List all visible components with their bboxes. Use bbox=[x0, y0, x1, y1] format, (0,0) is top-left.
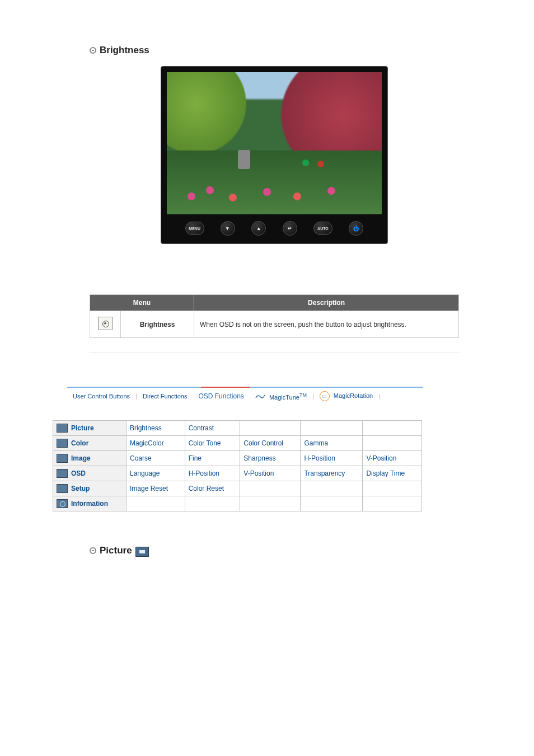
grid-link[interactable]: Color Tone bbox=[185, 436, 240, 451]
brightness-section-heading: Brightness bbox=[90, 45, 459, 56]
page: Brightness MENU bbox=[0, 0, 534, 556]
grid-link[interactable]: Display Time bbox=[363, 466, 422, 481]
grid-link[interactable]: H-Position bbox=[185, 466, 240, 481]
tab-magicrotation[interactable]: ▭ MagicRotation bbox=[314, 391, 378, 401]
category-cell-information[interactable]: Information bbox=[53, 496, 127, 511]
tabs: User Control Buttons | Direct Functions … bbox=[67, 391, 423, 401]
grid-link[interactable]: MagicColor bbox=[127, 436, 185, 451]
picture-category-icon bbox=[135, 547, 149, 557]
image-icon bbox=[57, 454, 68, 463]
grid-link[interactable]: Coarse bbox=[127, 451, 185, 466]
grid-empty-cell bbox=[363, 496, 422, 511]
tab-separator: | bbox=[378, 393, 380, 400]
brightness-title: Brightness bbox=[100, 45, 149, 56]
table-row: Brightness When OSD is not on the screen… bbox=[90, 311, 459, 338]
table-row: ImageCoarseFineSharpnessH-PositionV-Posi… bbox=[53, 451, 422, 466]
power-button[interactable]: ⏻ bbox=[349, 221, 363, 236]
monitor-button-row: MENU ▾ ▴ ↵ AUTO ⏻ bbox=[167, 214, 382, 240]
osd-icon bbox=[57, 469, 68, 478]
picture-section-heading: Picture bbox=[90, 545, 459, 556]
magicrotation-icon: ▭ bbox=[320, 391, 330, 401]
grid-empty-cell bbox=[185, 496, 240, 511]
grid-link[interactable]: Color Reset bbox=[185, 481, 240, 496]
up-button[interactable]: ▴ bbox=[251, 221, 266, 236]
category-label: Color bbox=[71, 439, 88, 447]
category-cell-osd[interactable]: OSD bbox=[53, 466, 127, 481]
grid-link[interactable]: Transparency bbox=[301, 466, 363, 481]
category-cell-image[interactable]: Image bbox=[53, 451, 127, 466]
category-cell-color[interactable]: Color bbox=[53, 436, 127, 451]
grid-link[interactable]: Contrast bbox=[185, 421, 240, 436]
color-icon bbox=[57, 439, 68, 448]
osd-grid-wrap: PictureBrightnessContrastColorMagicColor… bbox=[53, 420, 422, 511]
bullet-icon bbox=[90, 547, 96, 554]
grid-empty-cell bbox=[240, 421, 301, 436]
grid-empty-cell bbox=[363, 436, 422, 451]
monitor-preview: MENU ▾ ▴ ↵ AUTO ⏻ bbox=[90, 66, 459, 244]
tabs-active-underline bbox=[201, 387, 250, 388]
th-menu: Menu bbox=[90, 295, 194, 311]
menu-description-table: Menu Description Brightness When OSD is … bbox=[90, 294, 459, 338]
picture-section: Picture bbox=[90, 545, 459, 556]
setup-icon bbox=[57, 484, 68, 493]
auto-button[interactable]: AUTO bbox=[313, 222, 332, 235]
table-row: Information bbox=[53, 496, 422, 511]
magictune-icon bbox=[255, 393, 265, 399]
tabs-bar: User Control Buttons | Direct Functions … bbox=[67, 387, 423, 401]
brightness-icon bbox=[98, 317, 113, 330]
table-row: SetupImage ResetColor Reset bbox=[53, 481, 422, 496]
brightness-name-cell: Brightness bbox=[121, 311, 194, 338]
table-row: PictureBrightnessContrast bbox=[53, 421, 422, 436]
grid-empty-cell bbox=[301, 496, 363, 511]
grid-link[interactable]: Fine bbox=[185, 451, 240, 466]
tab-user-control-buttons[interactable]: User Control Buttons bbox=[67, 393, 135, 400]
picture-icon bbox=[57, 424, 68, 433]
tab-direct-functions[interactable]: Direct Functions bbox=[137, 393, 193, 400]
table-row: OSDLanguageH-PositionV-PositionTranspare… bbox=[53, 466, 422, 481]
content-column: Brightness MENU bbox=[90, 45, 459, 353]
grid-empty-cell bbox=[301, 421, 363, 436]
menu-button[interactable]: MENU bbox=[185, 222, 204, 235]
monitor-frame: MENU ▾ ▴ ↵ AUTO ⏻ bbox=[161, 66, 388, 244]
information-icon bbox=[57, 499, 68, 508]
monitor-screen bbox=[167, 72, 382, 214]
grid-empty-cell bbox=[363, 481, 422, 496]
grid-empty-cell bbox=[240, 496, 301, 511]
grid-empty-cell bbox=[363, 421, 422, 436]
divider bbox=[90, 353, 459, 353]
grid-link[interactable]: Gamma bbox=[301, 436, 363, 451]
bullet-icon bbox=[90, 47, 96, 54]
category-cell-setup[interactable]: Setup bbox=[53, 481, 127, 496]
grid-empty-cell bbox=[127, 496, 185, 511]
osd-function-grid: PictureBrightnessContrastColorMagicColor… bbox=[53, 420, 422, 511]
category-label: OSD bbox=[71, 469, 86, 477]
grid-link[interactable]: Language bbox=[127, 466, 185, 481]
grid-link[interactable]: Color Control bbox=[240, 436, 301, 451]
category-label: Setup bbox=[71, 485, 90, 492]
grid-link[interactable]: V-Position bbox=[363, 451, 422, 466]
grid-link[interactable]: Image Reset bbox=[127, 481, 185, 496]
grid-link[interactable]: H-Position bbox=[301, 451, 363, 466]
grid-link[interactable]: V-Position bbox=[240, 466, 301, 481]
tab-magictune[interactable]: MagicTuneTM bbox=[250, 392, 312, 401]
brightness-desc-cell: When OSD is not on the screen, push the … bbox=[194, 311, 459, 338]
picture-title: Picture bbox=[100, 545, 132, 556]
category-label: Picture bbox=[71, 424, 94, 432]
category-label: Information bbox=[71, 500, 108, 508]
grid-link[interactable]: Sharpness bbox=[240, 451, 301, 466]
grid-empty-cell bbox=[301, 481, 363, 496]
grid-link[interactable]: Brightness bbox=[127, 421, 185, 436]
enter-button[interactable]: ↵ bbox=[283, 221, 297, 236]
grid-empty-cell bbox=[240, 481, 301, 496]
th-description: Description bbox=[194, 295, 459, 311]
down-button[interactable]: ▾ bbox=[221, 221, 235, 236]
category-label: Image bbox=[71, 454, 91, 462]
table-row: ColorMagicColorColor ToneColor ControlGa… bbox=[53, 436, 422, 451]
tab-osd-functions[interactable]: OSD Functions bbox=[193, 392, 249, 400]
brightness-icon-cell bbox=[90, 311, 121, 338]
category-cell-picture[interactable]: Picture bbox=[53, 421, 127, 436]
